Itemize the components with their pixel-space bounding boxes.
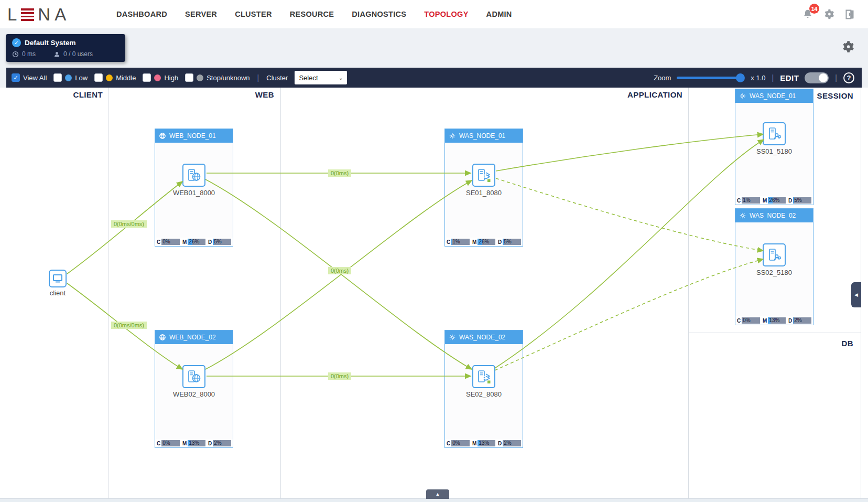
stat-c-label: C — [157, 441, 160, 446]
node-header: WAS_NODE_01 — [735, 89, 813, 103]
nav-item-resource[interactable]: RESOURCE — [290, 10, 334, 18]
main-nav: DASHBOARD SERVER CLUSTER RESOURCE DIAGNO… — [116, 0, 512, 28]
collapse-arrow-icon: ◀ — [854, 292, 858, 297]
edge-label: 0(0ms) — [328, 372, 351, 380]
lena-logo[interactable]: L N A — [7, 5, 67, 25]
node-box-session-was-node-02[interactable]: WAS_NODE_02 SS02_5180 C0% M13% D2% — [735, 208, 813, 325]
node-box-was-node-02[interactable]: WAS_NODE_02 SE02_8080 C0% M13% D2% — [444, 330, 523, 448]
node-box-session-was-node-01[interactable]: WAS_NODE_01 SS01_5180 C1% M26% D5% — [735, 89, 813, 205]
node-header: WAS_NODE_02 — [735, 209, 813, 222]
stat-c-label: C — [447, 441, 450, 446]
filter-view-all[interactable]: ✓ View All — [12, 73, 47, 82]
stat-m-label: M — [763, 318, 767, 324]
low-checkbox[interactable] — [53, 73, 62, 82]
stat-d-bar: 5% — [793, 197, 811, 204]
stat-d-bar: 2% — [503, 440, 521, 446]
edge-label: 0(0ms/0ms) — [111, 322, 147, 329]
nav-item-admin[interactable]: ADMIN — [486, 10, 512, 18]
node-header: WEB_NODE_02 — [155, 330, 233, 344]
cluster-mesh-icon — [449, 132, 456, 140]
high-checkbox[interactable] — [143, 73, 151, 82]
stat-d-label: D — [498, 239, 502, 245]
node-stats: C1% M26% D5% — [445, 238, 523, 246]
system-status-check-icon: ✓ — [12, 38, 21, 47]
logout-button[interactable] — [843, 7, 856, 21]
help-button[interactable]: ? — [843, 72, 854, 83]
stat-d-bar: 2% — [793, 317, 811, 324]
cluster-select-value: Select — [299, 74, 318, 82]
service-se01-8080[interactable]: SE01_8080 — [445, 164, 523, 197]
stat-m-label: M — [763, 198, 767, 204]
filter-stop-unknown[interactable]: Stop/unknown — [185, 73, 249, 82]
toolbar-separator: | — [834, 73, 838, 82]
divider-application-session — [688, 88, 689, 498]
system-card-default-system[interactable]: ✓ Default System 0 ms 0 / 0 users — [6, 34, 125, 62]
node-box-web-node-01[interactable]: WEB_NODE_01 WEB01_8000 C0% M26% D5% — [155, 129, 233, 247]
node-title: WAS_NODE_01 — [459, 132, 505, 140]
stat-d-label: D — [788, 318, 792, 324]
stat-d-label: D — [208, 441, 212, 446]
clock-icon — [12, 51, 19, 58]
service-ss01-5180[interactable]: SS01_5180 — [735, 122, 813, 155]
stat-d-bar: 5% — [213, 239, 231, 245]
node-header: WAS_NODE_01 — [445, 129, 523, 143]
zoom-slider-thumb[interactable] — [736, 73, 745, 82]
filter-high[interactable]: High — [143, 73, 178, 82]
high-status-dot — [154, 74, 161, 81]
bottom-panel-expand-button[interactable]: ▲ — [426, 489, 449, 499]
toggle-knob — [819, 73, 828, 82]
node-box-web-node-02[interactable]: WEB_NODE_02 WEB02_8000 C0% M13% D2% — [155, 330, 233, 448]
stat-c-label: C — [157, 239, 160, 245]
system-title: Default System — [25, 39, 76, 47]
nav-item-topology[interactable]: TOPOLOGY — [424, 10, 468, 18]
topology-settings-button[interactable] — [841, 40, 854, 54]
zoom-slider[interactable] — [677, 77, 741, 79]
stat-c-bar: 1% — [742, 197, 760, 204]
service-label: WEB01_8000 — [173, 189, 215, 197]
nav-item-dashboard[interactable]: DASHBOARD — [116, 10, 167, 18]
session-server-icon — [763, 243, 786, 266]
notifications-button[interactable]: 14 — [801, 7, 815, 21]
cluster-select[interactable]: Select ⌄ — [295, 71, 347, 84]
nav-item-diagnostics[interactable]: DIAGNOSTICS — [352, 10, 406, 18]
stop-unknown-label: Stop/unknown — [207, 74, 249, 82]
node-client[interactable]: client — [38, 270, 77, 297]
filter-low[interactable]: Low — [53, 73, 88, 82]
toolbar-separator: | — [772, 73, 775, 82]
edit-toggle[interactable] — [805, 72, 829, 83]
nav-item-server[interactable]: SERVER — [185, 10, 217, 18]
side-panel-collapse-button[interactable]: ◀ — [851, 282, 861, 307]
globe-icon — [159, 132, 166, 140]
topology-toolbar: ✓ View All Low Middle High Stop/ — [6, 68, 862, 88]
cluster-mesh-icon — [449, 334, 456, 341]
node-title: WEB_NODE_02 — [169, 334, 216, 341]
middle-checkbox[interactable] — [94, 73, 103, 82]
service-se02-8080[interactable]: SE02_8080 — [445, 365, 523, 398]
node-header: WAS_NODE_02 — [445, 330, 523, 344]
node-box-was-node-01[interactable]: WAS_NODE_01 SE01_8080 C1% M26% D5% — [444, 129, 523, 247]
service-label: SS01_5180 — [756, 147, 792, 155]
stop-unknown-checkbox[interactable] — [185, 73, 193, 82]
view-all-checkbox[interactable]: ✓ — [12, 73, 20, 82]
node-title: WAS_NODE_02 — [459, 334, 505, 341]
stat-m-label: M — [472, 239, 476, 245]
gear-icon — [823, 8, 834, 20]
service-web01-8000[interactable]: WEB01_8000 — [155, 164, 233, 197]
settings-button[interactable] — [822, 7, 836, 21]
bottom-strip — [0, 498, 868, 502]
service-ss02-5180[interactable]: SS02_5180 — [735, 243, 813, 276]
chevron-down-icon: ⌄ — [339, 75, 343, 81]
stat-c-label: C — [447, 239, 450, 245]
node-header: WEB_NODE_01 — [155, 129, 233, 143]
gear-icon — [841, 40, 854, 54]
filter-middle[interactable]: Middle — [94, 73, 136, 82]
globe-icon — [159, 334, 166, 341]
navbar-icon-group: 14 — [801, 0, 856, 28]
service-web02-8000[interactable]: WEB02_8000 — [155, 365, 233, 398]
stat-m-bar: 26% — [188, 239, 205, 245]
topology-canvas[interactable]: CLIENT WEB APPLICATION SESSION DB client — [0, 88, 868, 498]
nav-item-cluster[interactable]: CLUSTER — [235, 10, 272, 18]
stop-unknown-status-dot — [197, 74, 203, 81]
stat-c-label: C — [737, 198, 741, 204]
view-all-label: View All — [23, 74, 47, 82]
